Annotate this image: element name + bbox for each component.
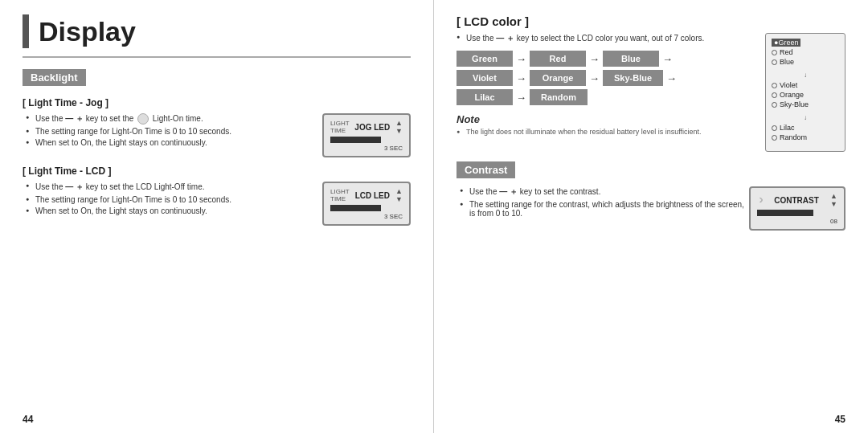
contrast-row: Use the — ＋ key to set the contrast. The…: [457, 186, 845, 231]
contrast-title-row: ☽ CONTRAST ▲▼: [757, 192, 837, 208]
selector-group-3: Lilac Random: [772, 123, 839, 142]
right-side: ●Green Red Blue ↓: [765, 33, 845, 152]
arrow-1: →: [513, 53, 530, 65]
contrast-bar: [757, 210, 813, 216]
selector-group-1: ●Green Red Blue: [772, 38, 839, 67]
contrast-bullet-list: Use the — ＋ key to set the contrast. The…: [460, 186, 749, 218]
selector-red: Red: [772, 47, 839, 57]
selector-blue: Blue: [772, 57, 839, 67]
jog-led-bar: [330, 137, 381, 143]
right-page: [ LCD color ] Use the — ＋ key to select …: [434, 0, 868, 433]
contrast-bullet-2: The setting range for the contrast, whic…: [460, 200, 749, 218]
light-time-lcd-label: [ Light Time - LCD ]: [23, 165, 411, 177]
light-time-jog-section: Use the — ＋ key to set the Light-On time…: [23, 113, 411, 157]
lcd-text: Use the — ＋ key to set the LCD Light-Off…: [23, 182, 322, 220]
title-text: Display: [39, 16, 136, 47]
red-label: Red: [780, 48, 793, 56]
note-title: Note: [457, 113, 757, 125]
contrast-label: 08: [757, 218, 837, 225]
jog-bullet-3: When set to On, the Light stays on conti…: [26, 138, 322, 147]
contrast-sub: ☽: [757, 197, 763, 204]
arrow-4: →: [513, 72, 530, 84]
page-wrapper: Display Backlight [ Light Time - Jog ] U…: [0, 0, 868, 433]
note-text: The light does not illuminate when the r…: [457, 128, 757, 136]
arrow-2: →: [586, 53, 603, 65]
jog-led-title-row: LIGHTTIME JOG LED ▲▼: [330, 119, 403, 135]
lcd-bullet-3: When set to On, the Light stays on conti…: [26, 206, 322, 215]
random-radio: [772, 135, 777, 141]
selector-skyblue: Sky-Blue: [772, 100, 839, 109]
lilac-radio: [772, 125, 777, 131]
color-green: Green: [457, 51, 513, 67]
selector-lilac: Lilac: [772, 123, 839, 133]
lcd-led-title-row: LIGHTTIME LCD LED ▲▼: [330, 187, 403, 203]
color-skyblue: Sky-Blue: [603, 70, 663, 86]
color-red: Red: [530, 51, 586, 67]
color-row-1: Green → Red → Blue →: [457, 51, 757, 67]
light-time-lcd-section: Use the — ＋ key to set the LCD Light-Off…: [23, 182, 411, 226]
arrow-3: →: [659, 53, 676, 65]
skyblue-radio: [772, 102, 777, 108]
skyblue-label: Sky-Blue: [780, 100, 809, 108]
lcd-bullet-list: Use the — ＋ key to set the LCD Light-Off…: [26, 182, 322, 215]
color-orange: Orange: [530, 70, 586, 86]
contrast-header: Contrast: [457, 161, 515, 178]
color-blue: Blue: [603, 51, 659, 67]
lcd-color-section: [ LCD color ] Use the — ＋ key to select …: [457, 14, 845, 152]
random-label: Random: [780, 133, 807, 141]
color-row-3: Lilac → Random: [457, 89, 757, 105]
lcd-bullet-1: Use the — ＋ key to set the LCD Light-Off…: [26, 182, 322, 193]
right-main: Use the — ＋ key to select the LCD color …: [457, 33, 757, 152]
selector-arrow-2: ↓: [772, 114, 839, 121]
color-lilac: Lilac: [457, 89, 513, 105]
jog-text: Use the — ＋ key to set the Light-On time…: [23, 113, 322, 152]
lcd-bullet-2: The setting range for Light-On Time is 0…: [26, 195, 322, 204]
blue-radio: [772, 59, 777, 65]
contrast-bullet-1: Use the — ＋ key to set the contrast.: [460, 186, 749, 198]
lcd-led-arrows: ▲▼: [395, 187, 403, 203]
lcd-led-sub: LIGHTTIME: [330, 188, 350, 202]
color-grid: Green → Red → Blue → Violet → Orange →: [457, 51, 757, 105]
page-num-left: 44: [23, 414, 33, 425]
right-layout: Use the — ＋ key to select the LCD color …: [457, 33, 845, 152]
lcd-led-device: LIGHTTIME LCD LED ▲▼ 3 SEC: [322, 182, 411, 226]
color-random: Random: [530, 89, 588, 105]
green-label: ●Green: [772, 39, 800, 47]
lcd-selector: ●Green Red Blue ↓: [765, 33, 845, 152]
title-accent: [23, 14, 29, 48]
jog-led-label: 3 SEC: [330, 145, 403, 152]
note-section: Note The light does not illuminate when …: [457, 113, 757, 136]
color-row-2: Violet → Orange → Sky-Blue →: [457, 70, 757, 86]
jog-led-arrows: ▲▼: [395, 119, 403, 135]
jog-led-sub: LIGHTTIME: [330, 120, 350, 134]
left-page: Display Backlight [ Light Time - Jog ] U…: [0, 0, 434, 433]
selector-group-2: Violet Orange Sky-Blue: [772, 80, 839, 109]
lcd-color-bullet: Use the — ＋ key to select the LCD color …: [457, 33, 757, 44]
contrast-text: Use the — ＋ key to set the contrast. The…: [457, 186, 749, 223]
contrast-device: ☽ CONTRAST ▲▼ 08: [749, 186, 845, 231]
selector-arrow-1: ↓: [772, 71, 839, 79]
light-time-jog-label: [ Light Time - Jog ]: [23, 97, 411, 108]
selector-random: Random: [772, 133, 839, 142]
color-violet: Violet: [457, 70, 513, 86]
page-num-right: 45: [835, 414, 845, 425]
selector-green: ●Green: [772, 38, 839, 47]
violet-radio: [772, 83, 777, 88]
jog-bullet-list: Use the — ＋ key to set the Light-On time…: [26, 113, 322, 147]
contrast-section: Contrast Use the — ＋ key to set the cont…: [457, 161, 845, 231]
blue-label: Blue: [780, 58, 794, 66]
contrast-arrows: ▲▼: [830, 192, 837, 208]
arrow-6: →: [663, 72, 680, 84]
violet-label: Violet: [780, 81, 797, 89]
selector-violet: Violet: [772, 80, 839, 90]
lcd-led-title: LCD LED: [355, 191, 390, 200]
orange-label: Orange: [780, 91, 804, 99]
arrow-5: →: [586, 72, 603, 84]
jog-led-title: JOG LED: [354, 123, 390, 132]
lcd-color-title: [ LCD color ]: [457, 14, 845, 28]
page-title: Display: [23, 14, 411, 48]
backlight-header: Backlight: [23, 69, 86, 86]
selector-orange: Orange: [772, 90, 839, 100]
jog-bullet-2: The setting range for Light-On Time is 0…: [26, 127, 322, 136]
arrow-7: →: [513, 92, 530, 104]
